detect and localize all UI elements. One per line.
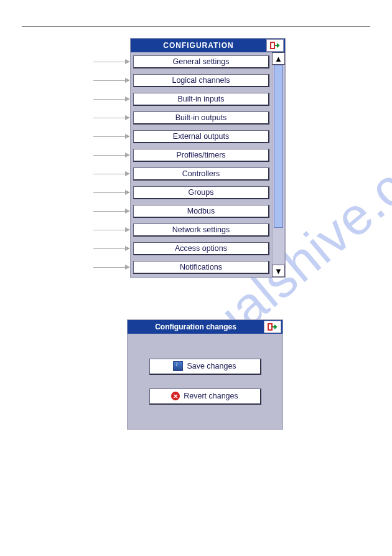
menu-item-label: Access options [175, 244, 227, 253]
arrow-right-icon [125, 265, 130, 270]
arrow-right-icon [125, 190, 130, 195]
menu-item-logical-channels[interactable]: Logical channels [133, 74, 269, 87]
save-changes-label: Save changes [187, 362, 236, 370]
arrow-right-icon [125, 153, 130, 158]
menu-item-notifications[interactable]: Notifications [133, 261, 269, 274]
chevron-down-icon: ▼ [274, 266, 282, 276]
scroll-thumb[interactable] [274, 65, 283, 228]
menu-item-label: Network settings [172, 225, 230, 234]
pointer-line [93, 136, 125, 137]
save-icon [173, 361, 183, 371]
exit-button[interactable] [266, 39, 284, 52]
configuration-body: General settings Logical channels Built-… [131, 52, 285, 277]
arrow-right-icon [125, 78, 130, 83]
pointer-line [93, 267, 125, 268]
chevron-up-icon: ▲ [274, 54, 282, 64]
menu-item-groups[interactable]: Groups [133, 186, 269, 199]
arrow-right-icon [125, 134, 130, 139]
menu-item-access-options[interactable]: Access options [133, 242, 269, 255]
pointer-line [93, 211, 125, 212]
configuration-list: General settings Logical channels Built-… [131, 52, 272, 277]
menu-item-label: External outputs [173, 132, 229, 141]
menu-item-label: Built-in outputs [175, 113, 227, 122]
menu-item-profiles-timers[interactable]: Profiles/timers [133, 149, 269, 162]
menu-item-label: Logical channels [172, 76, 230, 85]
divider [22, 26, 370, 27]
menu-item-built-in-inputs[interactable]: Built-in inputs [133, 93, 269, 106]
scroll-up-button[interactable]: ▲ [272, 52, 285, 65]
configuration-changes-titlebar: Configuration changes [128, 320, 282, 334]
pointer-line [93, 192, 125, 193]
revert-changes-label: Revert changes [184, 392, 238, 400]
arrow-right-icon [125, 246, 130, 251]
menu-item-modbus[interactable]: Modbus [133, 205, 269, 218]
menu-item-label: Modbus [187, 207, 215, 215]
exit-icon [268, 323, 278, 331]
configuration-changes-panel: Configuration changes Save changes ✕ Rev… [127, 319, 283, 430]
svg-rect-3 [269, 324, 271, 329]
scrollbar: ▲ ▼ [272, 52, 285, 277]
pointer-line [93, 99, 125, 100]
menu-item-label: Profiles/timers [176, 151, 225, 159]
exit-icon [270, 41, 280, 50]
svg-rect-1 [271, 43, 274, 48]
pointer-line [93, 174, 125, 174]
configuration-titlebar: CONFIGURATION [131, 39, 285, 52]
pointer-line [93, 230, 125, 230]
menu-item-label: Built-in inputs [177, 95, 224, 103]
pointer-line [93, 118, 125, 118]
arrow-right-icon [125, 209, 130, 214]
menu-item-network-settings[interactable]: Network settings [133, 224, 269, 237]
menu-item-label: General settings [172, 57, 229, 66]
arrow-right-icon [125, 59, 130, 64]
scroll-down-button[interactable]: ▼ [272, 265, 285, 277]
pointer-line [93, 62, 125, 62]
pointer-line [93, 248, 125, 249]
configuration-panel: CONFIGURATION General settings Logical c… [130, 38, 286, 278]
configuration-changes-body: Save changes ✕ Revert changes [128, 334, 282, 429]
menu-item-label: Groups [189, 188, 214, 197]
menu-item-built-in-outputs[interactable]: Built-in outputs [133, 111, 269, 125]
menu-item-external-outputs[interactable]: External outputs [133, 130, 269, 143]
arrow-right-icon [125, 171, 130, 176]
cancel-icon: ✕ [171, 392, 180, 400]
menu-item-controllers[interactable]: Controllers [133, 167, 269, 181]
save-changes-button[interactable]: Save changes [149, 359, 261, 375]
menu-item-general-settings[interactable]: General settings [133, 55, 269, 68]
exit-button[interactable] [264, 321, 281, 333]
revert-changes-button[interactable]: ✕ Revert changes [149, 389, 261, 405]
arrow-right-icon [125, 115, 130, 120]
menu-item-label: Controllers [182, 169, 220, 178]
pointer-line [93, 155, 125, 156]
configuration-changes-title: Configuration changes [128, 323, 264, 331]
arrow-right-icon [125, 227, 130, 232]
menu-item-label: Notifications [180, 263, 222, 271]
pointer-line [93, 80, 125, 81]
scroll-track[interactable] [272, 65, 285, 265]
arrow-right-icon [125, 97, 130, 101]
configuration-title: CONFIGURATION [131, 41, 266, 50]
